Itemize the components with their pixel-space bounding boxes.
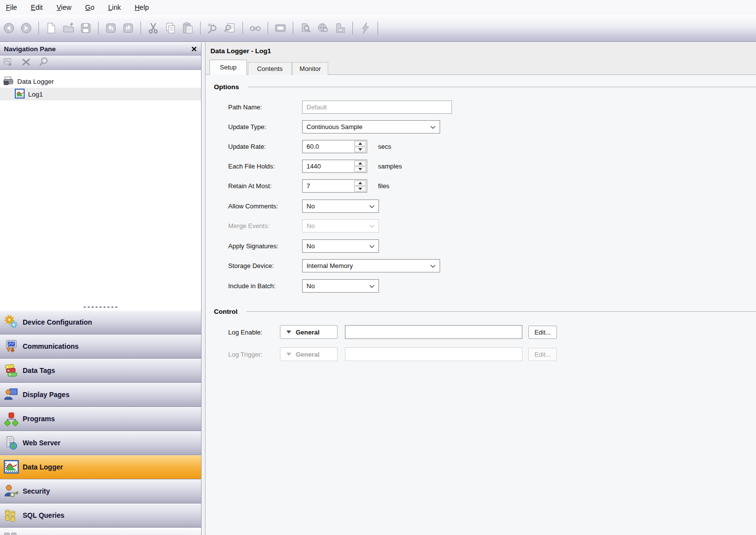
redo-icon[interactable]: [121, 21, 135, 35]
back-icon[interactable]: [2, 21, 16, 35]
pane-divider[interactable]: [202, 42, 206, 535]
partial-icon: [0, 531, 23, 535]
tab-setup[interactable]: Setup: [209, 60, 247, 75]
spin-up-button[interactable]: [354, 141, 366, 146]
spin-up-button[interactable]: [354, 161, 366, 166]
new-document-icon[interactable]: [44, 21, 58, 35]
undo-icon[interactable]: [104, 21, 118, 35]
apply-signatures-select[interactable]: No: [302, 239, 379, 253]
new-item-icon[interactable]: [3, 57, 14, 69]
retain-at-most-stepper[interactable]: 7: [302, 179, 367, 193]
data-logger-device-icon: [3, 75, 14, 88]
menu-file[interactable]: File: [4, 2, 19, 13]
search-icon[interactable]: [38, 57, 49, 69]
field-label: Allow Comments:: [228, 202, 278, 210]
copy-icon[interactable]: [164, 21, 177, 35]
flowchart-icon: [0, 411, 23, 427]
each-file-holds-stepper[interactable]: 1440: [302, 160, 367, 173]
nav-button-communications[interactable]: Communications: [0, 334, 201, 359]
find-shape-icon[interactable]: [299, 21, 312, 35]
save-icon[interactable]: [79, 21, 93, 35]
tree-item-data-logger[interactable]: Data Logger: [0, 75, 201, 88]
monitor-arrows-icon: [0, 338, 23, 354]
log-enable-edit-button[interactable]: Edit...: [528, 326, 557, 339]
allow-comments-select[interactable]: No: [302, 200, 379, 213]
edit-button-label: Edit...: [534, 351, 550, 358]
include-in-batch-select[interactable]: No: [302, 279, 379, 293]
log-trigger-expression-input[interactable]: [345, 347, 522, 361]
toolbar-separator: [200, 22, 201, 34]
web-globe-icon[interactable]: [316, 21, 330, 35]
menu-link[interactable]: Link: [106, 2, 123, 13]
log-enable-mode-button[interactable]: General: [280, 325, 338, 339]
find-in-document-icon[interactable]: [223, 21, 237, 35]
open-icon[interactable]: [62, 21, 75, 35]
merge-events-row: Merge Events: No: [206, 219, 756, 233]
nav-button-web-server[interactable]: Web Server: [0, 431, 201, 455]
tags-icon: [0, 363, 23, 378]
log-trigger-mode-button[interactable]: General: [280, 347, 338, 361]
nav-button-label: Display Pages: [23, 391, 69, 399]
field-label: Path Name:: [228, 103, 262, 111]
nav-button-security[interactable]: Security: [0, 479, 201, 503]
menu-view[interactable]: View: [55, 2, 73, 13]
tree-item-log1[interactable]: Log1: [0, 88, 201, 100]
toolbar-separator: [98, 22, 99, 34]
nav-button-programs[interactable]: Programs: [0, 407, 201, 431]
menu-help[interactable]: Help: [133, 2, 151, 13]
toolbar-separator: [378, 22, 378, 34]
nav-button-device-configuration[interactable]: Device Configuration: [0, 310, 201, 334]
monitor-icon[interactable]: [274, 21, 287, 35]
menu-edit[interactable]: Edit: [29, 2, 45, 13]
forward-icon[interactable]: [19, 21, 33, 35]
placeholder-text: Default: [307, 103, 327, 111]
nav-button-sql-queries[interactable]: SQL Queries: [0, 503, 201, 528]
merge-events-select[interactable]: No: [302, 219, 379, 233]
tab-contents[interactable]: Contents: [248, 62, 292, 75]
path-name-input[interactable]: Default: [302, 100, 452, 114]
mode-button-label: General: [296, 329, 319, 336]
lightning-icon[interactable]: [358, 21, 372, 35]
cut-icon[interactable]: [146, 21, 160, 35]
update-type-select[interactable]: Continuous Sample: [302, 120, 440, 134]
field-label: Merge Events:: [228, 222, 270, 230]
resource-icon[interactable]: [333, 21, 347, 35]
chevron-down-icon: [369, 202, 375, 210]
tab-monitor[interactable]: Monitor: [292, 62, 328, 75]
spin-down-button[interactable]: [354, 147, 366, 152]
chevron-down-icon: [369, 222, 375, 230]
editor-title-bar: Data Logger - Log1: [206, 42, 756, 60]
include-in-batch-row: Include in Batch: No: [206, 279, 756, 293]
update-rate-stepper[interactable]: 60.0: [302, 140, 367, 153]
field-label: Apply Signatures:: [228, 242, 278, 250]
tab-strip: Setup Contents Monitor: [206, 60, 756, 75]
allow-comments-row: Allow Comments: No: [206, 199, 756, 213]
menu-bar: File Edit View Go Link Help: [0, 0, 756, 15]
page-title: Data Logger - Log1: [210, 47, 271, 55]
unit-label: secs: [378, 143, 391, 150]
storage-device-select[interactable]: Internal Memory: [302, 259, 440, 272]
server-globe-icon: [0, 435, 23, 451]
field-label: Retain At Most:: [228, 182, 272, 190]
close-icon[interactable]: ✕: [191, 45, 197, 53]
pane-splitter-handle[interactable]: [0, 303, 201, 310]
nav-button-label: Security: [23, 487, 50, 495]
log-trigger-edit-button[interactable]: Edit...: [528, 348, 557, 361]
nav-button-display-pages[interactable]: Display Pages: [0, 383, 201, 407]
unit-label: samples: [378, 163, 402, 170]
navigation-tree: Data Logger Log1: [0, 70, 201, 303]
delete-icon[interactable]: [21, 57, 32, 69]
paste-icon[interactable]: [181, 21, 195, 35]
spin-down-button[interactable]: [354, 186, 366, 192]
find-all-icon[interactable]: ALL: [206, 21, 220, 35]
spin-down-button[interactable]: [354, 167, 366, 172]
nav-button-data-tags[interactable]: Data Tags: [0, 359, 201, 383]
menu-go[interactable]: Go: [83, 2, 97, 13]
nav-button-partial[interactable]: [0, 528, 201, 535]
toolbar-separator: [140, 22, 141, 34]
binoculars-icon[interactable]: [248, 21, 262, 35]
spin-up-button[interactable]: [354, 180, 366, 186]
nav-button-data-logger[interactable]: Data Logger: [0, 455, 201, 479]
update-type-row: Update Type: Continuous Sample: [206, 120, 756, 134]
log-enable-expression-input[interactable]: [345, 325, 522, 339]
